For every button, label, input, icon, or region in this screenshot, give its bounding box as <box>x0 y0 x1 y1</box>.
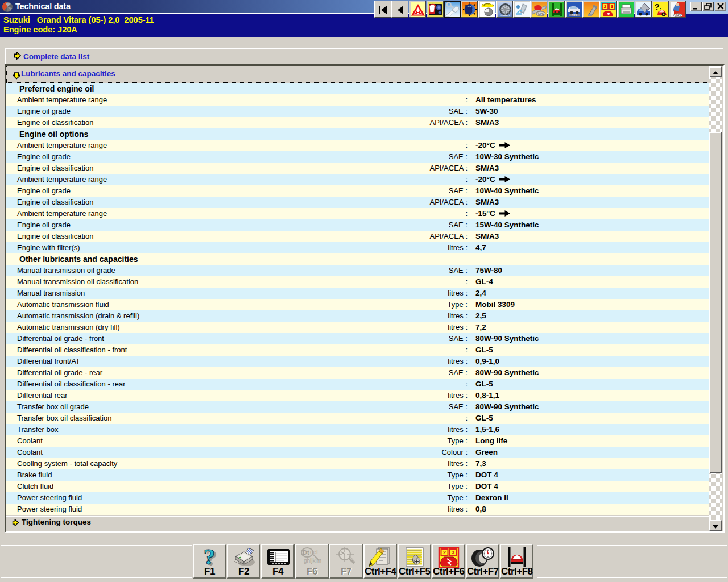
svg-text:3: 3 <box>611 4 614 9</box>
svg-text:WHEELS: WHEELS <box>500 14 510 17</box>
svg-text:3: 3 <box>451 550 454 555</box>
svg-text:?: ? <box>655 2 660 11</box>
svg-text:def: def <box>310 549 318 555</box>
svg-text:CPS: CPS <box>572 14 577 17</box>
svg-text:2: 2 <box>442 550 445 555</box>
svg-text:,: , <box>660 5 661 10</box>
svg-text:?: ? <box>203 547 215 568</box>
svg-text:2: 2 <box>604 4 607 9</box>
svg-text:GPS: GPS <box>538 12 544 15</box>
svg-text:Dt: Dt <box>303 549 309 556</box>
svg-text:GAS: GAS <box>675 14 681 17</box>
